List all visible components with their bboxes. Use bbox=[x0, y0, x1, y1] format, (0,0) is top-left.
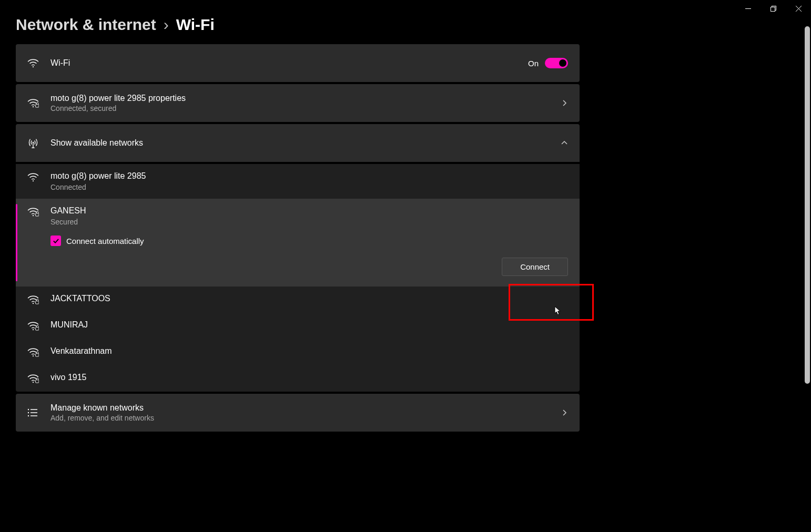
breadcrumb-current: Wi-Fi bbox=[176, 16, 215, 34]
svg-point-22 bbox=[28, 409, 29, 410]
close-button[interactable] bbox=[786, 0, 811, 17]
wifi-icon bbox=[27, 171, 50, 182]
manage-networks-title: Manage known networks bbox=[50, 403, 561, 413]
network-name: GANESH bbox=[50, 206, 568, 216]
minimize-button[interactable] bbox=[735, 0, 761, 17]
svg-point-5 bbox=[33, 66, 34, 67]
manage-known-networks-card[interactable]: Manage known networks Add, remove, and e… bbox=[16, 394, 580, 432]
svg-rect-13 bbox=[36, 213, 39, 216]
window-controls bbox=[735, 0, 811, 17]
wifi-secured-icon bbox=[27, 320, 50, 331]
svg-rect-7 bbox=[36, 105, 39, 107]
available-networks-list: moto g(8) power lite 2985 Connected GANE… bbox=[16, 164, 580, 392]
antenna-icon bbox=[27, 137, 50, 149]
connected-network-card[interactable]: moto g(8) power lite 2985 properties Con… bbox=[16, 84, 580, 122]
chevron-right-icon bbox=[561, 99, 568, 107]
wifi-toggle-label: Wi-Fi bbox=[50, 58, 528, 68]
svg-point-18 bbox=[33, 355, 34, 356]
svg-rect-17 bbox=[36, 328, 39, 330]
network-item[interactable]: moto g(8) power lite 2985 Connected bbox=[16, 164, 580, 199]
svg-rect-19 bbox=[36, 354, 39, 356]
show-available-networks-card[interactable]: Show available networks bbox=[16, 124, 580, 162]
wifi-icon bbox=[27, 58, 50, 68]
network-name: MUNIRAJ bbox=[50, 320, 568, 330]
svg-point-26 bbox=[28, 415, 29, 416]
network-item-selected[interactable]: GANESH Secured Connect automatically Con… bbox=[16, 199, 580, 287]
chevron-up-icon bbox=[561, 139, 568, 147]
connected-network-subtitle: Connected, secured bbox=[50, 104, 561, 112]
network-status: Secured bbox=[50, 218, 568, 226]
scrollbar[interactable] bbox=[804, 26, 811, 532]
chevron-right-icon: › bbox=[164, 16, 169, 34]
network-name: Venkatarathnam bbox=[50, 346, 568, 356]
wifi-connected-icon bbox=[27, 98, 50, 108]
network-name: JACKTATTOOS bbox=[50, 294, 568, 303]
wifi-secured-icon bbox=[27, 346, 50, 357]
list-icon bbox=[27, 408, 50, 417]
breadcrumb: Network & internet › Wi-Fi bbox=[0, 0, 811, 44]
maximize-button[interactable] bbox=[761, 0, 786, 17]
svg-point-24 bbox=[28, 412, 29, 413]
chevron-right-icon bbox=[561, 409, 568, 416]
connected-network-title: moto g(8) power lite 2985 properties bbox=[50, 94, 561, 103]
wifi-toggle[interactable] bbox=[545, 58, 568, 68]
connect-button[interactable]: Connect bbox=[502, 258, 568, 276]
auto-connect-label: Connect automatically bbox=[66, 237, 144, 245]
auto-connect-checkbox[interactable] bbox=[50, 236, 61, 246]
wifi-toggle-card: Wi-Fi On bbox=[16, 44, 580, 82]
network-status: Connected bbox=[50, 183, 568, 191]
wifi-secured-icon bbox=[27, 206, 50, 217]
svg-point-16 bbox=[33, 329, 34, 330]
show-available-label: Show available networks bbox=[50, 138, 561, 148]
svg-rect-15 bbox=[36, 301, 39, 304]
wifi-secured-icon bbox=[27, 294, 50, 304]
wifi-state-label: On bbox=[528, 59, 539, 68]
svg-rect-21 bbox=[36, 380, 39, 383]
svg-point-6 bbox=[33, 106, 34, 107]
svg-rect-2 bbox=[771, 7, 775, 11]
network-name: vivo 1915 bbox=[50, 373, 568, 382]
svg-point-20 bbox=[33, 382, 34, 383]
breadcrumb-parent[interactable]: Network & internet bbox=[16, 16, 156, 34]
svg-point-14 bbox=[33, 303, 34, 304]
network-item[interactable]: Venkatarathnam bbox=[16, 339, 580, 365]
network-item[interactable]: vivo 1915 bbox=[16, 365, 580, 392]
scrollbar-thumb[interactable] bbox=[805, 26, 810, 384]
network-name: moto g(8) power lite 2985 bbox=[50, 171, 568, 181]
wifi-secured-icon bbox=[27, 373, 50, 383]
manage-networks-subtitle: Add, remove, and edit networks bbox=[50, 414, 561, 422]
svg-point-12 bbox=[33, 215, 34, 216]
network-item[interactable]: MUNIRAJ bbox=[16, 313, 580, 339]
svg-point-11 bbox=[33, 180, 34, 181]
network-item[interactable]: JACKTATTOOS bbox=[16, 287, 580, 313]
